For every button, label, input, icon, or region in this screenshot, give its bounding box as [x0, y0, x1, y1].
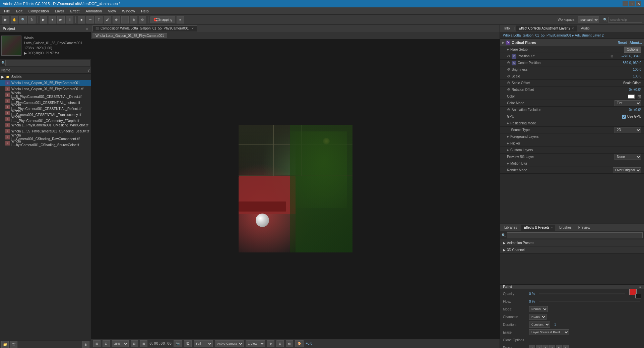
preview-bg-select[interactable]: None [615, 154, 641, 160]
fit-btn[interactable]: ⊟ [131, 340, 138, 347]
brush-tool[interactable]: 🖌 [104, 16, 111, 23]
preset-btn-3[interactable]: 3 [542, 345, 549, 348]
gpu-row[interactable]: GPU Use GPU [500, 113, 644, 120]
list-item[interactable]: C Whola Lotta_Galpon_01_55_PhysCamera001 [0, 80, 91, 86]
list-item[interactable]: I Whola L...PhysCamera001_CMasking_WireC… [0, 122, 91, 128]
zoom-tool[interactable]: 🔍 [19, 16, 27, 23]
camera-select[interactable]: Active Camera [215, 340, 244, 347]
list-item[interactable]: I Whola L...._PhysCamera001_CGeometry_ZD… [0, 116, 91, 122]
animation-evolution-row[interactable]: ⏱ Animation Evolution 0x +0.0° [500, 107, 644, 113]
eraser-tool[interactable]: ◻ [121, 16, 129, 23]
magnification-btn[interactable]: ⊡ [103, 340, 110, 347]
animation-presets-header[interactable]: ▶ Animation Presets [500, 239, 644, 246]
preset-btn-2[interactable]: 2 [536, 345, 542, 348]
stopwatch-icon[interactable]: ⏱ [507, 74, 510, 78]
zoom-select[interactable]: 25%50%100% [112, 340, 129, 347]
snapping-button[interactable]: 🧲 Snapping [150, 16, 175, 23]
show-snapshot-btn[interactable]: 🖼 [184, 340, 192, 347]
tab-brushes[interactable]: Brushes [557, 225, 574, 231]
tab-info[interactable]: Info [502, 25, 513, 32]
reset-view-btn[interactable]: ⊞ [93, 340, 101, 347]
tab-preview[interactable]: Preview [576, 225, 593, 231]
tab-libraries[interactable]: Libraries [502, 225, 520, 231]
clone-tool[interactable]: ⊕ [113, 16, 120, 23]
paint-channels-select[interactable]: RGBA [529, 314, 546, 320]
menu-composition[interactable]: Composition [26, 8, 52, 14]
reset-effect-btn[interactable]: Reset [618, 41, 627, 45]
preset-btn-5[interactable]: 5 [556, 345, 562, 348]
options-button[interactable]: Options [624, 47, 641, 53]
color-mode-row[interactable]: Color Mode TintNormal [500, 100, 644, 107]
brightness-row[interactable]: ⏱ Brightness 100.0 [500, 66, 644, 73]
tab-close-icon[interactable]: ✕ [191, 27, 194, 30]
stopwatch-icon[interactable]: ⏱ [507, 108, 510, 112]
menu-help[interactable]: Help [138, 8, 151, 14]
panel-menu-icon[interactable]: ≡ [86, 26, 88, 31]
selection-tool[interactable]: ▶ [2, 16, 9, 23]
grid-btn[interactable]: ⊞ [140, 340, 147, 347]
paint-erase-select[interactable]: Layer Source & Paint [529, 329, 569, 335]
menu-layer[interactable]: Layer [52, 8, 67, 14]
close-button[interactable]: ✕ [636, 1, 641, 6]
stopwatch-icon[interactable]: ⏱ [507, 68, 510, 71]
transfer-controls-btn[interactable]: ⊕ [267, 340, 274, 347]
preview-btn[interactable]: ⏮ [57, 16, 65, 23]
paint-background-color[interactable] [635, 294, 641, 298]
maximize-button[interactable]: □ [629, 1, 635, 6]
render-mode-row[interactable]: Render Mode Over OriginalNormal [500, 167, 644, 174]
playback-btn[interactable]: ▶ [40, 16, 47, 23]
tab-audio[interactable]: Audio [578, 25, 592, 32]
tab-close-icon[interactable]: ✕ [572, 27, 574, 30]
about-effect-btn[interactable]: About... [630, 41, 642, 45]
positioning-mode-row[interactable]: ▶ Positioning Mode [500, 120, 644, 127]
resolution-select[interactable]: FullHalfQuarter [194, 340, 213, 347]
paint-duration-select[interactable]: Constant [529, 322, 550, 328]
color-mgt-btn[interactable]: 🎨 [295, 340, 304, 347]
minimize-button[interactable]: ─ [623, 1, 628, 6]
tab-effects-presets[interactable]: Effects & Presets ≡ [521, 225, 555, 231]
tab-effect-controls[interactable]: Effect Controls Adjustment Layer 2 ✕ [516, 25, 577, 32]
menu-view[interactable]: View [105, 8, 119, 14]
stopwatch-icon[interactable]: ⏱ [507, 88, 510, 92]
scale-offset-row[interactable]: ⏱ Scale Offset Scale Offset [500, 80, 644, 86]
flare-setup-row[interactable]: ▶ Flare Setup Options [500, 46, 644, 53]
menu-effect[interactable]: Effect [67, 8, 82, 14]
composition-tab[interactable]: ⬛ Composition Whola Lotta_Galpon_01_55_P… [92, 25, 197, 32]
workspace-select[interactable]: Standard [578, 16, 599, 23]
delete-btn[interactable]: 🗑 [82, 341, 89, 348]
stop-btn[interactable]: ⏸ [66, 16, 73, 23]
view-layout-select[interactable]: 1 View2 Views [246, 340, 265, 347]
camera-orbit-tool[interactable]: ↻ [28, 16, 36, 23]
source-type-row[interactable]: Source Type 2D3D [500, 127, 644, 133]
preset-btn-4[interactable]: 4 [549, 345, 555, 348]
new-folder-btn[interactable]: 📁 [1, 341, 9, 348]
exposure-btn[interactable]: ◐ [286, 340, 293, 347]
paint-mode-select[interactable]: Normal [529, 306, 548, 312]
color-swatch[interactable] [628, 95, 635, 99]
stopwatch-icon[interactable]: ⏱ [507, 81, 510, 85]
pixel-aspect-btn[interactable]: ⊞ [276, 340, 284, 347]
preset-btn-6[interactable]: 6 [563, 345, 569, 348]
custom-layers-row[interactable]: ▶ Custom Layers [500, 147, 644, 154]
source-type-select[interactable]: 2D3D [615, 127, 641, 133]
render-mode-select[interactable]: Over OriginalNormal [613, 167, 641, 173]
menu-edit[interactable]: Edit [13, 8, 25, 14]
stopwatch-icon[interactable]: ⏱ [507, 61, 510, 65]
tab-ep-close[interactable]: ≡ [551, 226, 553, 229]
search-help-input[interactable] [608, 17, 642, 23]
position-xy-row[interactable]: ⏱ ⊕ Position XY ⊞ -270.6, 384.0 [500, 53, 644, 60]
motion-blur-row[interactable]: ▶ Motion Blur [500, 160, 644, 167]
text-tool[interactable]: T [95, 16, 103, 23]
composition-viewer[interactable] [91, 39, 500, 339]
pen-tool[interactable]: ✏ [86, 16, 94, 23]
list-item[interactable]: ▶ 📁 Solids [0, 74, 91, 80]
new-comp-btn[interactable]: 🎬 [10, 341, 17, 348]
menu-animation[interactable]: Animation [83, 8, 105, 14]
menu-file[interactable]: File [1, 8, 13, 14]
color-mode-select[interactable]: TintNormal [615, 100, 641, 106]
roto-tool[interactable]: ⊗ [130, 16, 137, 23]
effects-search-input[interactable] [507, 232, 643, 238]
flicker-row[interactable]: ▶ Flicker [500, 140, 644, 147]
color-row[interactable]: Color ⊞ [500, 93, 644, 100]
panel-menu-btn[interactable]: ≡ [639, 285, 641, 289]
